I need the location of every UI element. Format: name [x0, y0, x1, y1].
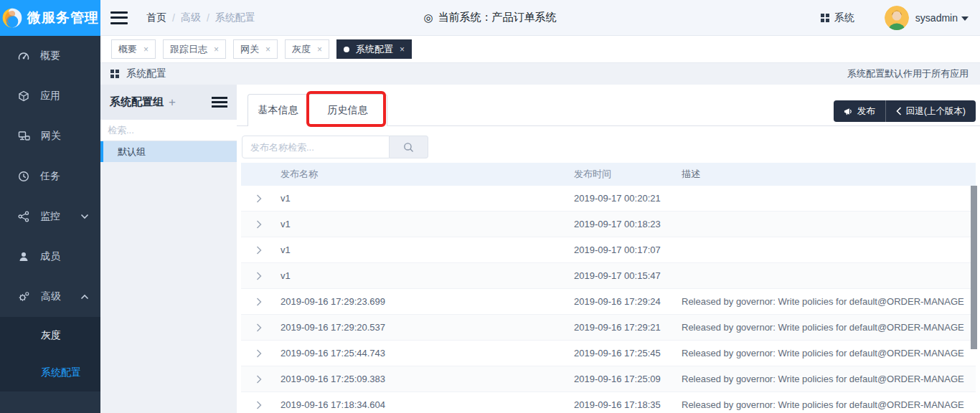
avatar[interactable] — [885, 6, 909, 30]
release-time-cell: 2019-09-16 17:29:24 — [574, 296, 682, 307]
tab-label: 灰度 — [292, 43, 311, 56]
sidebar-subitem-gray-release[interactable]: 灰度 — [0, 317, 100, 354]
user-menu[interactable]: sysadmin — [915, 12, 969, 24]
vertical-scrollbar[interactable] — [971, 186, 977, 349]
system-menu[interactable]: 系统 — [821, 11, 854, 24]
expand-chevron-icon[interactable] — [241, 375, 281, 384]
sidebar-item-tasks[interactable]: 任务 — [0, 156, 100, 196]
breadcrumb-advanced[interactable]: 高级 — [181, 11, 201, 24]
table-row[interactable]: v1 2019-09-17 00:20:21 — [241, 186, 976, 212]
opened-tab-gray-release[interactable]: 灰度× — [285, 39, 329, 59]
main-content: 基本信息 历史信息 发布 回退(上个版本) 发布名称 发布时间 描述 — [237, 85, 980, 413]
tab-basic-info[interactable]: 基本信息 — [248, 94, 308, 126]
sidebar-subitem-system-config[interactable]: 系统配置 — [0, 354, 100, 391]
sidebar-item-applications[interactable]: 应用 — [0, 76, 100, 116]
publish-button-label: 发布 — [857, 105, 875, 118]
table-row[interactable]: v1 2019-09-17 00:18:23 — [241, 212, 976, 237]
eye-icon: ◎ — [423, 11, 433, 24]
release-desc-cell: Released by governor: Write policies for… — [682, 322, 976, 333]
breadcrumb: 首页 / 高级 / 系统配置 — [146, 11, 255, 24]
group-panel-menu-icon[interactable] — [212, 97, 227, 108]
sidebar: 概要 应用 网关 任务 监控 成员 高级 灰度 系统配置 — [0, 36, 100, 413]
topbar: 微服务管理 首页 / 高级 / 系统配置 ◎ 当前系统：产品订单系统 系统 sy… — [0, 0, 980, 36]
sidebar-subitem-label: 灰度 — [41, 329, 61, 342]
group-item-label: 默认组 — [118, 146, 146, 158]
table-row[interactable]: v1 2019-09-17 00:15:47 — [241, 263, 976, 289]
tab-label: 网关 — [240, 43, 259, 56]
sidebar-item-monitoring[interactable]: 监控 — [0, 196, 100, 237]
table-row[interactable]: 2019-09-16 17:25:44.743 2019-09-16 17:25… — [241, 341, 976, 366]
table-row[interactable]: v1 2019-09-17 00:17:07 — [241, 237, 976, 263]
sidebar-submenu-advanced: 灰度 系统配置 — [0, 317, 100, 391]
release-name-cell: 2019-09-16 17:25:09.383 — [281, 374, 574, 384]
release-time-cell: 2019-09-16 17:29:21 — [574, 322, 682, 333]
sidebar-item-gateway[interactable]: 网关 — [0, 116, 100, 156]
opened-tab-trace-log[interactable]: 跟踪日志× — [163, 39, 226, 59]
sidebar-item-overview[interactable]: 概要 — [0, 36, 100, 76]
username-label: sysadmin — [915, 12, 958, 24]
monitor-share-icon — [18, 211, 29, 222]
release-name-cell: 2019-09-16 17:29:23.699 — [281, 296, 574, 307]
release-search-button[interactable] — [390, 136, 428, 158]
release-name-cell: v1 — [281, 219, 574, 229]
close-icon[interactable]: × — [143, 44, 149, 54]
page-title: 系统配置 — [126, 67, 166, 80]
sidebar-item-members[interactable]: 成员 — [0, 237, 100, 277]
app-title: 微服务管理 — [27, 9, 99, 27]
chevron-down-icon — [961, 16, 969, 21]
tab-label: 跟踪日志 — [170, 43, 207, 56]
opened-tab-overview[interactable]: 概要× — [111, 39, 156, 59]
tab-history-info[interactable]: 历史信息 — [308, 94, 387, 126]
logo-swirl-icon — [1, 7, 23, 29]
close-icon[interactable]: × — [400, 44, 405, 54]
release-time-cell: 2019-09-16 17:25:45 — [574, 348, 682, 359]
dashboard-icon — [18, 50, 29, 62]
system-menu-label: 系统 — [834, 11, 854, 24]
release-search-input[interactable] — [242, 136, 390, 158]
expand-chevron-icon[interactable] — [241, 220, 281, 229]
expand-chevron-icon[interactable] — [241, 349, 281, 358]
table-row[interactable]: 2019-09-16 17:29:23.699 2019-09-16 17:29… — [241, 289, 976, 315]
close-icon[interactable]: × — [214, 44, 219, 54]
app-cube-icon — [18, 90, 29, 102]
table-row[interactable]: 2019-09-16 17:18:34.604 2019-09-16 17:18… — [241, 392, 976, 413]
expand-chevron-icon[interactable] — [241, 194, 281, 203]
add-group-button[interactable]: + — [169, 95, 176, 110]
close-icon[interactable]: × — [317, 44, 322, 54]
app-logo[interactable]: 微服务管理 — [0, 0, 100, 36]
breadcrumb-separator: / — [172, 12, 175, 24]
table-row[interactable]: 2019-09-16 17:25:09.383 2019-09-16 17:25… — [241, 366, 976, 392]
current-system-label: 当前系统：产品订单系统 — [438, 11, 557, 24]
advanced-gear-icon — [18, 291, 30, 303]
column-header-desc: 描述 — [682, 168, 976, 181]
topbar-right: 系统 sysadmin — [821, 6, 980, 30]
rollback-button[interactable]: 回退(上个版本) — [886, 100, 976, 122]
table-row[interactable]: 2019-09-16 17:29:20.537 2019-09-16 17:29… — [241, 315, 976, 341]
sidebar-item-label: 概要 — [40, 49, 60, 62]
group-search-input[interactable] — [108, 125, 234, 136]
sidebar-toggle-hamburger-icon[interactable] — [110, 11, 128, 24]
sidebar-item-label: 成员 — [40, 250, 60, 263]
close-icon[interactable]: × — [265, 44, 270, 54]
tab-label: 历史信息 — [328, 104, 368, 117]
sidebar-subitem-label: 系统配置 — [41, 366, 81, 379]
expand-chevron-icon[interactable] — [241, 401, 281, 409]
publish-button[interactable]: 发布 — [834, 100, 886, 122]
group-item-default[interactable]: 默认组 — [100, 141, 237, 162]
opened-tab-gateway[interactable]: 网关× — [233, 39, 278, 59]
release-name-cell: v1 — [281, 245, 574, 255]
opened-tab-system-config[interactable]: 系统配置× — [336, 39, 412, 59]
expand-chevron-icon[interactable] — [241, 323, 281, 332]
release-name-cell: 2019-09-16 17:25:44.743 — [281, 348, 574, 359]
expand-chevron-icon[interactable] — [241, 246, 281, 255]
megaphone-icon — [844, 107, 853, 116]
breadcrumb-home[interactable]: 首页 — [146, 11, 166, 24]
sidebar-item-advanced[interactable]: 高级 — [0, 277, 100, 317]
rollback-button-label: 回退(上个版本) — [906, 105, 966, 118]
expand-chevron-icon[interactable] — [241, 272, 281, 280]
chevron-left-icon — [896, 107, 902, 115]
expand-chevron-icon[interactable] — [241, 298, 281, 306]
chevron-down-icon — [80, 214, 89, 219]
grid-icon — [821, 14, 829, 22]
task-clock-icon — [18, 171, 29, 182]
